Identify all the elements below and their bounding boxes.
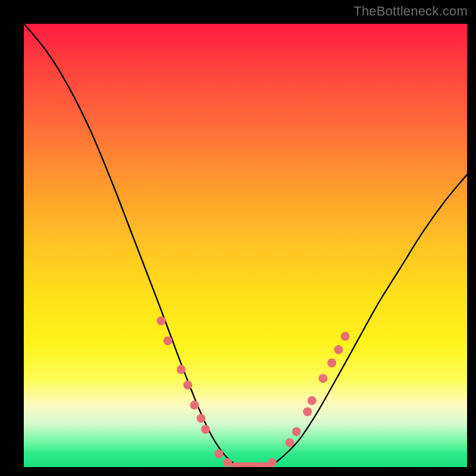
marker-dot (268, 458, 277, 467)
marker-dot (303, 407, 312, 416)
marker-dot (177, 365, 186, 374)
marker-dot (156, 317, 165, 325)
chart-frame: TheBottleneck.com (0, 0, 476, 476)
marker-dot (327, 358, 336, 367)
marker-dot (341, 332, 350, 341)
marker-dot (286, 439, 295, 447)
marker-dot (292, 427, 301, 436)
watermark-label: TheBottleneck.com (353, 4, 468, 19)
marker-dot (308, 396, 317, 405)
chart-svg (24, 24, 467, 467)
marker-dot (214, 449, 223, 458)
bottleneck-curve (24, 24, 467, 467)
marker-dot (318, 374, 327, 383)
marker-dots (156, 317, 349, 467)
marker-dot (197, 414, 206, 423)
plot-area (24, 24, 467, 467)
marker-dot (223, 458, 232, 467)
marker-dot (183, 381, 192, 390)
marker-dot (164, 336, 173, 345)
marker-dot (334, 345, 343, 354)
marker-dot (201, 425, 210, 434)
marker-dot (190, 400, 199, 409)
